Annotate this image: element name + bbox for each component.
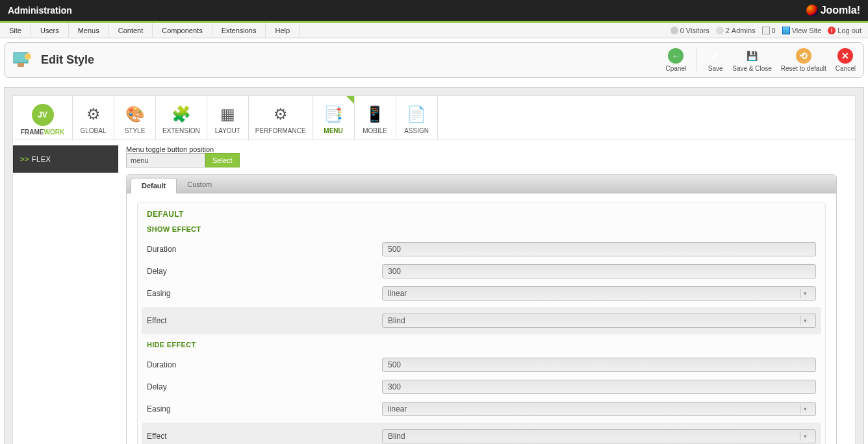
link-viewsite[interactable]: View Site (782, 27, 822, 34)
row-show-duration: Duration (147, 238, 816, 260)
palette-icon: 🎨 (125, 104, 146, 125)
label-show-effect: Effect (147, 316, 382, 325)
toggle-position-input[interactable] (126, 153, 205, 167)
panel-body: DEFAULT SHOW EFFECT Duration Delay (127, 193, 836, 444)
select-hide-easing[interactable]: linear▾ (382, 402, 816, 416)
performance-icon: ⚙ (270, 104, 291, 125)
sidebar-item-flex[interactable]: >>FLEX (13, 145, 118, 173)
menu-users[interactable]: Users (31, 23, 69, 38)
input-show-duration[interactable] (382, 242, 816, 256)
toggle-position-select-button[interactable]: Select (205, 153, 240, 167)
row-hide-effect: Effect Blind▾ (142, 423, 821, 444)
menu-components[interactable]: Components (153, 23, 212, 38)
label-hide-delay: Delay (147, 382, 382, 391)
assign-icon: 📄 (406, 104, 427, 125)
admin-icon (716, 27, 724, 34)
menu-help[interactable]: Help (266, 23, 300, 38)
reset-button[interactable]: ⟲ Reset to default (781, 48, 826, 72)
row-show-easing: Easing linear▾ (147, 282, 816, 304)
mail-icon (762, 27, 770, 34)
page-header-left: Edit Style (12, 50, 94, 71)
saveclose-icon: 💾 (745, 48, 760, 64)
cpanel-button[interactable]: ← Cpanel (666, 48, 687, 72)
status-admins[interactable]: 2 Admins (716, 27, 756, 34)
label-hide-easing: Easing (147, 404, 382, 413)
input-hide-delay[interactable] (382, 380, 816, 394)
panel-tabs: Default Custom (127, 175, 836, 193)
hide-effect-heading: HIDE EFFECT (147, 341, 816, 349)
label-show-easing: Easing (147, 289, 382, 298)
svg-point-2 (25, 53, 31, 60)
tab-style[interactable]: 🎨 STYLE (114, 96, 156, 140)
main-row: >>FLEX Menu toggle button position Selec… (13, 140, 855, 444)
chevron-down-icon: ▾ (800, 316, 810, 325)
reset-icon: ⟲ (796, 48, 811, 64)
admin-title: Administration (8, 5, 72, 16)
chevron-down-icon: ▾ (800, 404, 810, 413)
label-hide-duration: Duration (147, 360, 382, 369)
select-hide-effect[interactable]: Blind▾ (382, 429, 816, 443)
show-effect-heading: SHOW EFFECT (147, 225, 816, 233)
joomla-logo-icon (806, 5, 818, 16)
default-group: DEFAULT SHOW EFFECT Duration Delay (137, 203, 826, 444)
chevrons-icon: >> (20, 155, 29, 163)
row-show-delay: Delay (147, 260, 816, 282)
panel-tab-default[interactable]: Default (131, 178, 177, 193)
row-hide-delay: Delay (147, 376, 816, 398)
tab-extension[interactable]: 🧩 EXTENSION (156, 96, 207, 140)
save-close-button[interactable]: 💾 Save & Close (732, 48, 772, 72)
viewsite-icon (782, 27, 790, 34)
link-logout[interactable]: !Log out (828, 27, 862, 34)
page-header: Edit Style ← Cpanel ✔ Save 💾 Save & Clos… (4, 42, 864, 78)
topbar: Administration Joomla! (0, 0, 868, 21)
inner-frame: JV FRAMEWORK ⚙ GLOBAL 🎨 STYLE 🧩 EXTENSIO… (12, 95, 856, 444)
menubar-left: Site Users Menus Content Components Exte… (0, 23, 300, 38)
cpanel-icon: ← (668, 48, 683, 64)
tab-mobile[interactable]: 📱 MOBILE (355, 96, 396, 140)
brand-text: Joomla! (821, 5, 860, 16)
toggle-position-label: Menu toggle button position (126, 145, 214, 153)
gear-icon: ⚙ (83, 104, 104, 125)
puzzle-icon: 🧩 (171, 104, 192, 125)
tab-assign[interactable]: 📄 ASSIGN (396, 96, 438, 140)
label-show-delay: Delay (147, 267, 382, 276)
select-show-effect[interactable]: Blind▾ (382, 314, 816, 328)
row-hide-easing: Easing linear▾ (147, 398, 816, 420)
status-messages[interactable]: 0 (762, 27, 776, 34)
save-button[interactable]: ✔ Save (708, 48, 723, 72)
tab-performance[interactable]: ⚙ PERFORMANCE (249, 96, 313, 140)
tab-global[interactable]: ⚙ GLOBAL (73, 96, 114, 140)
effects-panel: Default Custom DEFAULT SHOW EFFECT Durat… (126, 174, 837, 444)
layout-icon: ▦ (217, 104, 238, 125)
page-title: Edit Style (41, 53, 94, 67)
edit-style-icon (12, 50, 33, 71)
panel-tab-custom[interactable]: Custom (177, 177, 222, 193)
outer-frame: JV FRAMEWORK ⚙ GLOBAL 🎨 STYLE 🧩 EXTENSIO… (4, 87, 864, 444)
menu-icon: 📑 (323, 104, 344, 125)
label-hide-effect: Effect (147, 432, 382, 441)
cancel-icon: ✕ (837, 48, 853, 64)
content: Menu toggle button position Select Defau… (126, 145, 855, 444)
menubar: Site Users Menus Content Components Exte… (0, 23, 868, 38)
input-show-delay[interactable] (382, 264, 816, 278)
status-visitors[interactable]: 0 Visitors (670, 27, 709, 34)
tab-framework[interactable]: JV FRAMEWORK (13, 96, 73, 140)
row-hide-duration: Duration (147, 354, 816, 376)
tab-layout[interactable]: ▦ LAYOUT (207, 96, 249, 140)
menu-menus[interactable]: Menus (69, 23, 109, 38)
menu-site[interactable]: Site (0, 23, 31, 38)
tab-menu[interactable]: 📑 MENU (313, 96, 355, 140)
cancel-button[interactable]: ✕ Cancel (836, 48, 856, 72)
menu-extensions[interactable]: Extensions (212, 23, 266, 38)
select-show-easing[interactable]: linear▾ (382, 286, 816, 301)
input-hide-duration[interactable] (382, 358, 816, 372)
sidebar: >>FLEX (13, 145, 118, 444)
toggle-position-field: Menu toggle button position Select (126, 145, 837, 167)
framework-tabstrip: JV FRAMEWORK ⚙ GLOBAL 🎨 STYLE 🧩 EXTENSIO… (13, 96, 855, 140)
svg-rect-1 (18, 63, 24, 67)
save-icon: ✔ (708, 48, 723, 64)
menu-content[interactable]: Content (109, 23, 153, 38)
action-separator (696, 48, 697, 71)
framework-label: FRAMEWORK (19, 129, 66, 136)
default-heading: DEFAULT (147, 210, 816, 219)
